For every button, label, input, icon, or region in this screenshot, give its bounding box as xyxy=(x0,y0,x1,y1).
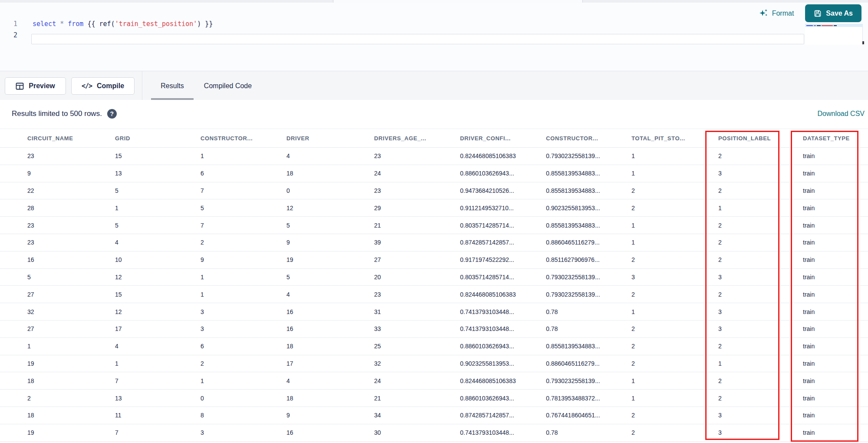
column-header[interactable]: DRIVERS_AGE_... xyxy=(374,135,460,142)
table-cell: 0.7930232558139... xyxy=(546,377,631,384)
table-cell: 16 xyxy=(286,429,374,436)
table-cell: 1 xyxy=(631,170,718,177)
column-header[interactable]: TOTAL_PIT_STO... xyxy=(631,135,718,142)
table-cell: 0.7930232558139... xyxy=(546,274,631,281)
column-header[interactable]: CIRCUIT_NAME xyxy=(27,135,115,142)
table-cell: train xyxy=(803,325,868,332)
table-cell: 4 xyxy=(115,343,201,350)
table-cell: train xyxy=(803,360,868,367)
table-cell: 2 xyxy=(718,395,803,402)
table-cell: 32 xyxy=(27,308,115,315)
table-cell: 19 xyxy=(27,429,115,436)
table-cell: 23 xyxy=(374,152,460,159)
table-cell: 0.8511627906976... xyxy=(546,256,631,263)
table-cell: train xyxy=(803,205,868,212)
table-cell: 12 xyxy=(286,205,374,212)
table-cell: 2 xyxy=(718,343,803,350)
table-cell: 5 xyxy=(286,274,374,281)
column-header[interactable]: CONSTRUCTOR... xyxy=(546,135,631,142)
column-header[interactable]: POSITION_LABEL xyxy=(718,135,803,142)
table-cell: 5 xyxy=(115,222,201,229)
table-cell: 1 xyxy=(115,205,201,212)
table-cell: 1 xyxy=(631,308,718,315)
line-number: 1 xyxy=(11,20,17,28)
table-cell: 24 xyxy=(374,377,460,384)
table-cell: 0.7674418604651... xyxy=(546,412,631,419)
sql-editor[interactable]: Format Save As 1 select * from {{ ref('t… xyxy=(0,3,868,71)
column-header[interactable]: DRIVER xyxy=(286,135,374,142)
code-content[interactable]: select * from {{ ref('train_test_positio… xyxy=(33,20,213,28)
table-cell: 29 xyxy=(374,205,460,212)
table-cell: 20 xyxy=(374,274,460,281)
table-cell: 3 xyxy=(718,274,803,281)
column-header[interactable]: CONSTRUCTOR... xyxy=(201,135,286,142)
preview-button[interactable]: Preview xyxy=(5,77,66,95)
table-row: 51215200.8035714285714...0.7930232558139… xyxy=(0,269,868,286)
table-cell: 3 xyxy=(718,429,803,436)
table-cell: 8 xyxy=(201,412,286,419)
table-cell: 5 xyxy=(201,205,286,212)
table-cell: 3 xyxy=(631,274,718,281)
table-cell: 13 xyxy=(115,395,201,402)
table-cell: 23 xyxy=(27,152,115,159)
ide-window: Format Save As 1 select * from {{ ref('t… xyxy=(0,0,868,443)
table-cell: 6 xyxy=(201,170,286,177)
table-cell: 13 xyxy=(115,170,201,177)
table-cell: 2 xyxy=(631,412,718,419)
column-header[interactable]: GRID xyxy=(115,135,201,142)
column-header[interactable]: DATASET_TYPE xyxy=(803,135,868,142)
table-cell: 23 xyxy=(374,291,460,298)
tab-compiled-code[interactable]: Compiled Code xyxy=(200,71,256,100)
table-cell: 1 xyxy=(27,343,115,350)
table-cell: 0.7930232558139... xyxy=(546,291,631,298)
table-cell: 3 xyxy=(201,429,286,436)
table-cell: train xyxy=(803,377,868,384)
editor-minimap[interactable] xyxy=(805,24,863,45)
table-cell: 3 xyxy=(718,170,803,177)
table-cell: 16 xyxy=(286,308,374,315)
table-cell: 2 xyxy=(631,360,718,367)
table-cell: 17 xyxy=(286,360,374,367)
save-as-button[interactable]: Save As xyxy=(805,4,861,22)
code-token: select xyxy=(33,20,56,28)
table-cell: 0.8860465116279... xyxy=(546,239,631,246)
table-cell: 0.7413793103448... xyxy=(460,429,546,436)
table-cell: 4 xyxy=(286,377,374,384)
code-icon: </> xyxy=(82,82,92,90)
table-row: 281512290.9112149532710...0.902325581395… xyxy=(0,199,868,217)
column-header[interactable]: DRIVER_CONFI... xyxy=(460,135,546,142)
help-icon[interactable]: ? xyxy=(107,109,117,119)
tab-results[interactable]: Results xyxy=(151,71,194,100)
table-cell: 0.9112149532710... xyxy=(460,205,546,212)
code-token xyxy=(56,20,60,28)
minimap-scroll-handle[interactable] xyxy=(862,41,864,44)
table-cell: 19 xyxy=(286,256,374,263)
table-row: 191217320.9023255813953...0.886046511627… xyxy=(0,355,868,373)
table-cell: train xyxy=(803,222,868,229)
table-cell: train xyxy=(803,256,868,263)
table-cell: 10 xyxy=(115,256,201,263)
table-cell: 2 xyxy=(718,187,803,194)
table-cell: 27 xyxy=(374,256,460,263)
table-cell: 9 xyxy=(286,239,374,246)
download-csv-link[interactable]: Download CSV xyxy=(818,110,865,118)
table-cell: 2 xyxy=(718,222,803,229)
table-cell: 0.8742857142857... xyxy=(460,412,546,419)
table-cell: 12 xyxy=(115,308,201,315)
table-cell: 0.8035714285714... xyxy=(460,274,546,281)
table-cell: 18 xyxy=(27,412,115,419)
table-cell: 4 xyxy=(115,239,201,246)
table-cell: 2 xyxy=(631,325,718,332)
table-cell: train xyxy=(803,187,868,194)
table-cell: 9 xyxy=(201,256,286,263)
table-row: 1610919270.9171974522292...0.85116279069… xyxy=(0,251,868,269)
table-cell: 2 xyxy=(631,205,718,212)
format-button[interactable]: Format xyxy=(759,9,794,18)
compile-button[interactable]: </> Compile xyxy=(71,77,135,95)
save-icon xyxy=(814,10,822,17)
table-cell: 0.8558139534883... xyxy=(546,222,631,229)
table-cell: 23 xyxy=(374,187,460,194)
table-cell: 0 xyxy=(201,395,286,402)
table-cell: 1 xyxy=(201,152,286,159)
table-cell: 2 xyxy=(718,256,803,263)
